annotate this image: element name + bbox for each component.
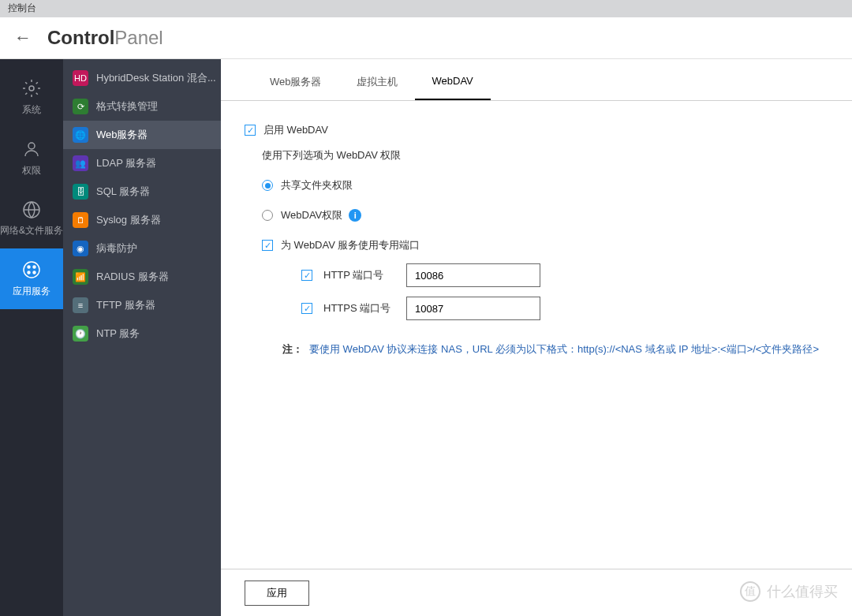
window-title: 控制台 [8,2,36,13]
syslog-icon: 🗒 [73,212,88,228]
nav-rail-permission[interactable]: 权限 [0,128,63,189]
transcode-icon: ⟳ [73,99,88,114]
svg-point-0 [29,86,34,91]
input-https-port[interactable] [406,297,540,320]
watermark-text: 什么值得买 [767,582,838,601]
user-icon [21,139,42,159]
sidebar-item-ntp[interactable]: 🕐NTP 服务 [63,319,221,348]
note-label: 注： [282,343,303,355]
nav-rail-label: 权限 [22,164,41,177]
svg-point-6 [28,271,30,274]
ldap-icon: 👥 [73,155,88,171]
sidebar-item-label: Syslog 服务器 [96,213,161,227]
sidebar-item-label: SQL 服务器 [96,185,150,199]
sidebar-item-hybriddesk[interactable]: HDHybridDesk Station 混合... [63,64,221,92]
nav-rail-label: 网络&文件服务 [0,225,63,237]
svg-point-3 [24,262,39,278]
row-permission-text: 使用下列选项为 WebDAV 权限 [262,148,828,162]
label-enable-webdav: 启用 WebDAV [263,123,328,137]
radio-share-permission[interactable] [262,180,273,191]
row-radio-share: 共享文件夹权限 [262,178,828,192]
nav-rail-apps[interactable]: 应用服务 [0,248,63,309]
globe-icon [21,200,42,220]
label-http-port: HTTP 端口号 [323,268,406,282]
ntp-icon: 🕐 [73,326,88,342]
back-arrow-icon[interactable]: ← [14,28,32,48]
sidebar-item-transcode[interactable]: ⟳格式转换管理 [63,92,221,121]
tftp-icon: ≡ [73,297,88,313]
row-dedicated-port: 为 WebDAV 服务使用专用端口 [262,238,828,252]
row-enable-webdav: 启用 WebDAV [245,123,828,137]
sidebar-item-label: LDAP 服务器 [96,156,156,170]
sidebar-item-ldap[interactable]: 👥LDAP 服务器 [63,149,221,177]
sidebar-item-label: TFTP 服务器 [96,298,155,312]
svg-point-1 [28,143,35,149]
nav-rail: 系统 权限 网络&文件服务 应用服务 [0,59,63,616]
apps-icon [21,259,42,280]
sql-icon: 🗄 [73,184,88,200]
sidebar-item-label: RADIUS 服务器 [96,270,169,284]
sidebar: HDHybridDesk Station 混合... ⟳格式转换管理 🌐Web服… [63,59,221,616]
nav-rail-label: 系统 [22,103,41,117]
label-dedicated-port: 为 WebDAV 服务使用专用端口 [281,238,420,252]
radio-webdav-permission[interactable] [262,210,273,221]
note: 注：要使用 WebDAV 协议来连接 NAS，URL 必须为以下格式：http(… [282,342,828,357]
sidebar-item-webserver[interactable]: 🌐Web服务器 [63,121,221,149]
app-header: ← ControlPanel [0,17,852,59]
tab-virtualhost[interactable]: 虚拟主机 [339,65,415,100]
svg-point-5 [33,266,36,268]
checkbox-enable-webdav[interactable] [245,125,256,136]
info-icon[interactable]: i [349,209,361,222]
sidebar-item-antivirus[interactable]: ◉病毒防护 [63,234,221,263]
svg-point-4 [28,266,30,268]
sidebar-item-syslog[interactable]: 🗒Syslog 服务器 [63,206,221,234]
nav-rail-label: 应用服务 [13,285,50,298]
sidebar-item-radius[interactable]: 📶RADIUS 服务器 [63,263,221,291]
watermark-badge-icon: 值 [740,581,760,602]
checkbox-dedicated-port[interactable] [262,240,273,251]
label-https-port: HTTPS 端口号 [323,301,406,315]
row-http-port: HTTP 端口号 [301,263,828,287]
svg-point-7 [33,271,36,274]
sidebar-item-label: 病毒防护 [96,241,137,256]
radius-icon: 📶 [73,269,88,285]
window-titlebar: 控制台 [0,0,852,17]
sidebar-item-label: 格式转换管理 [96,99,158,114]
row-https-port: HTTPS 端口号 [301,297,828,320]
label-permission-text: 使用下列选项为 WebDAV 权限 [262,148,401,162]
note-text: 要使用 WebDAV 协议来连接 NAS，URL 必须为以下格式：http(s)… [309,343,819,355]
form-content: 启用 WebDAV 使用下列选项为 WebDAV 权限 共享文件夹权限 WebD… [221,101,852,569]
nav-rail-system[interactable]: 系统 [0,67,63,128]
webserver-icon: 🌐 [73,127,88,143]
sidebar-item-label: Web服务器 [96,128,148,142]
antivirus-icon: ◉ [73,241,88,256]
watermark: 值 什么值得买 [740,581,838,602]
sidebar-item-label: NTP 服务 [96,327,140,341]
row-radio-webdav: WebDAV权限 i [262,208,828,222]
tab-webserver[interactable]: Web服务器 [252,65,339,100]
apply-button[interactable]: 应用 [245,581,309,606]
checkbox-https-port[interactable] [301,303,312,314]
nav-rail-network[interactable]: 网络&文件服务 [0,189,63,248]
sidebar-item-label: HybridDesk Station 混合... [96,71,216,85]
label-radio-webdav: WebDAV权限 [281,208,342,222]
tab-webdav[interactable]: WebDAV [415,65,491,100]
gear-icon [21,78,42,99]
sidebar-item-tftp[interactable]: ≡TFTP 服务器 [63,291,221,319]
input-http-port[interactable] [406,263,540,287]
hybriddesk-icon: HD [73,70,88,86]
checkbox-http-port[interactable] [301,270,312,281]
page-title: ControlPanel [47,27,163,49]
label-radio-share: 共享文件夹权限 [281,178,353,192]
sidebar-item-sql[interactable]: 🗄SQL 服务器 [63,177,221,206]
tabs: Web服务器 虚拟主机 WebDAV [221,65,852,101]
main-panel: Web服务器 虚拟主机 WebDAV 启用 WebDAV 使用下列选项为 Web… [221,59,852,616]
